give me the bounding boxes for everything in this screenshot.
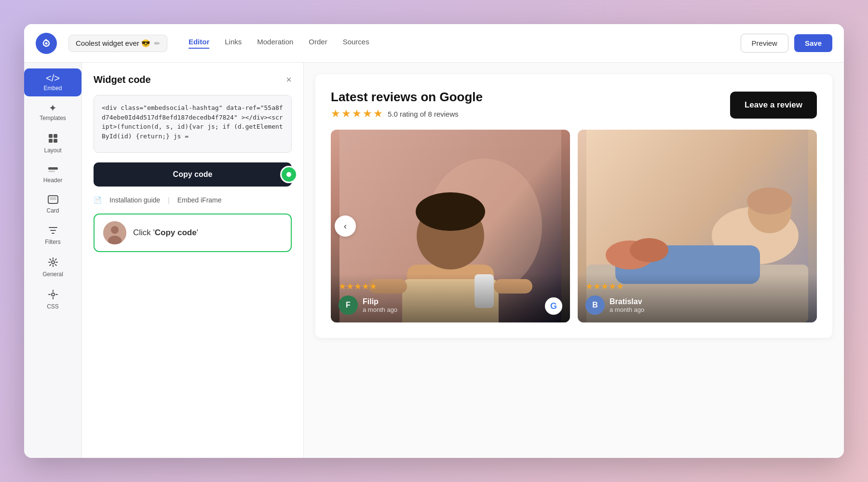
- svg-rect-5: [48, 167, 58, 170]
- card-user-row-1: B Bratislav a month ago: [585, 295, 809, 315]
- top-nav: Coolest widget ever 😎 ✏ Editor Links Mod…: [24, 24, 844, 63]
- templates-icon: ✦: [49, 103, 57, 113]
- widget-preview: Latest reviews on Google ★★★★★ 5.0 ratin…: [315, 74, 832, 338]
- sidebar-label-filters: Filters: [45, 239, 61, 245]
- general-icon: [48, 257, 58, 269]
- installation-guide-link[interactable]: Installation guide: [109, 196, 160, 204]
- svg-point-0: [45, 42, 48, 44]
- widget-rating-text: 5.0 rating of 8 reviews: [388, 110, 459, 118]
- click-tip-banner: Click 'Copy code': [94, 214, 292, 252]
- tab-order[interactable]: Order: [309, 38, 327, 49]
- sidebar-label-header: Header: [43, 177, 62, 184]
- app-window: Coolest widget ever 😎 ✏ Editor Links Mod…: [24, 24, 844, 458]
- tab-sources[interactable]: Sources: [343, 38, 369, 49]
- layout-icon: [48, 133, 58, 145]
- sidebar-item-general[interactable]: General: [24, 252, 81, 282]
- widget-stars: ★★★★★: [331, 107, 384, 120]
- panel-close-button[interactable]: ×: [286, 74, 292, 85]
- edit-name-icon[interactable]: ✏: [154, 40, 160, 47]
- sidebar-item-templates[interactable]: ✦ Templates: [24, 98, 81, 126]
- logo-button[interactable]: [36, 33, 57, 54]
- sidebar-label-layout: Layout: [44, 147, 61, 154]
- google-badge-0: G: [545, 297, 562, 315]
- svg-rect-2: [54, 134, 57, 138]
- main-content: </> Embed ✦ Templates Layout: [24, 63, 844, 458]
- card-user-row-0: F Filip a month ago: [339, 295, 562, 315]
- filters-icon: [48, 226, 58, 237]
- card-user-name-1: Bratislav: [610, 297, 644, 306]
- sidebar-item-layout[interactable]: Layout: [24, 128, 81, 159]
- svg-point-12: [111, 226, 119, 234]
- nav-actions: Preview Save: [741, 34, 832, 53]
- tab-moderation[interactable]: Moderation: [257, 38, 293, 49]
- card-overlay-0: ★★★★★ F Filip a month ago G: [331, 273, 570, 322]
- code-snippet-box[interactable]: <div class="embedsocial-hashtag" data-re…: [94, 95, 292, 153]
- preview-button[interactable]: Preview: [741, 34, 788, 53]
- svg-rect-8: [50, 197, 56, 200]
- css-icon: [48, 289, 58, 301]
- click-tip-text: Click 'Copy code': [133, 228, 198, 238]
- embed-iframe-link[interactable]: Embed iFrame: [177, 196, 222, 204]
- review-card-0: ★★★★★ F Filip a month ago G: [331, 130, 570, 322]
- nav-tabs: Editor Links Moderation Order Sources: [189, 38, 729, 49]
- header-icon: [48, 165, 58, 175]
- card-stars-0: ★★★★★: [339, 281, 562, 292]
- widget-code-panel: Widget code × <div class="embedsocial-ha…: [82, 63, 304, 458]
- sidebar-item-css[interactable]: CSS: [24, 284, 81, 315]
- svg-point-31: [630, 238, 668, 262]
- sidebar-item-card[interactable]: Card: [24, 190, 81, 219]
- sidebar-label-embed: Embed: [43, 85, 62, 92]
- embed-icon: </>: [46, 73, 60, 83]
- svg-rect-4: [54, 139, 57, 143]
- svg-point-28: [747, 187, 792, 214]
- svg-point-19: [416, 192, 485, 231]
- svg-point-10: [52, 293, 54, 296]
- card-avatar-1: B: [585, 295, 605, 315]
- prev-review-button[interactable]: ‹: [335, 215, 356, 237]
- svg-rect-6: [48, 171, 55, 172]
- widget-name-field[interactable]: Coolest widget ever 😎 ✏: [68, 35, 167, 52]
- card-user-time-1: a month ago: [610, 306, 644, 313]
- card-overlay-1: ★★★★★ B Bratislav a month ago: [578, 273, 817, 322]
- sidebar-label-general: General: [42, 271, 63, 278]
- tab-editor[interactable]: Editor: [189, 38, 209, 49]
- tip-avatar: [103, 221, 126, 244]
- card-icon: [48, 195, 58, 205]
- sidebar-item-filters[interactable]: Filters: [24, 221, 81, 250]
- sidebar: </> Embed ✦ Templates Layout: [24, 63, 82, 458]
- widget-title: Latest reviews on Google: [331, 90, 483, 105]
- save-button[interactable]: Save: [794, 34, 832, 52]
- preview-area: Latest reviews on Google ★★★★★ 5.0 ratin…: [304, 63, 844, 458]
- copy-indicator: [280, 166, 298, 183]
- svg-rect-3: [49, 139, 53, 143]
- svg-point-9: [52, 261, 54, 264]
- sidebar-item-embed[interactable]: </> Embed: [24, 68, 81, 96]
- sidebar-label-card: Card: [46, 207, 59, 214]
- leave-review-button[interactable]: Leave a review: [730, 92, 817, 119]
- svg-rect-1: [49, 134, 53, 138]
- card-user-info-0: Filip a month ago: [363, 297, 397, 313]
- card-stars-1: ★★★★★: [585, 281, 809, 292]
- panel-links: 📄 Installation guide | Embed iFrame: [94, 196, 292, 204]
- sidebar-label-templates: Templates: [40, 115, 66, 121]
- sidebar-item-header[interactable]: Header: [24, 161, 81, 188]
- reviews-container: ‹: [331, 130, 817, 322]
- copy-btn-row: Copy code: [94, 162, 292, 187]
- reviews-grid: ★★★★★ F Filip a month ago G: [331, 130, 817, 322]
- card-avatar-0: F: [339, 295, 358, 315]
- card-user-info-1: Bratislav a month ago: [610, 297, 644, 313]
- review-card-1: ★★★★★ B Bratislav a month ago: [578, 130, 817, 322]
- copy-code-button[interactable]: Copy code: [94, 162, 292, 187]
- widget-rating-row: ★★★★★ 5.0 rating of 8 reviews: [331, 107, 483, 120]
- card-user-time-0: a month ago: [363, 306, 397, 313]
- doc-icon: 📄: [94, 196, 102, 204]
- widget-title-block: Latest reviews on Google ★★★★★ 5.0 ratin…: [331, 90, 483, 120]
- card-user-name-0: Filip: [363, 297, 397, 306]
- sidebar-label-css: CSS: [47, 303, 59, 310]
- panel-header: Widget code ×: [94, 74, 292, 85]
- tab-links[interactable]: Links: [225, 38, 242, 49]
- widget-header: Latest reviews on Google ★★★★★ 5.0 ratin…: [331, 90, 817, 120]
- panel-title: Widget code: [94, 74, 151, 85]
